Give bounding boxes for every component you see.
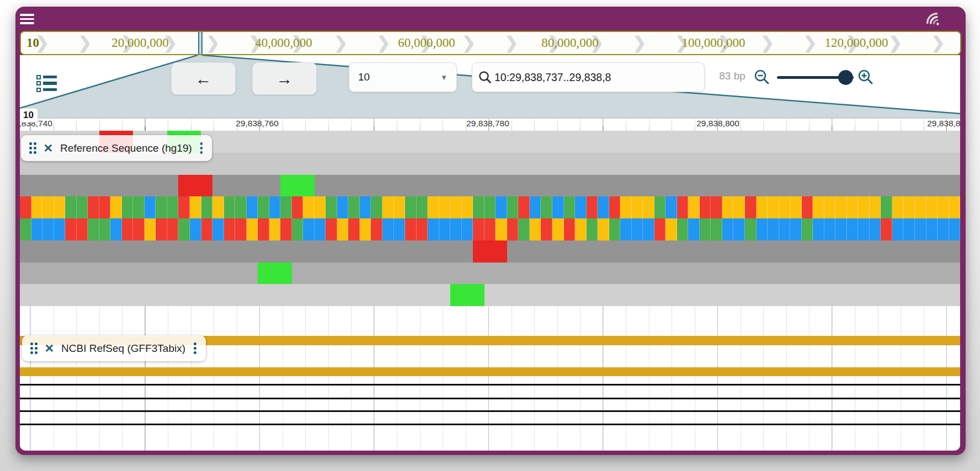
dna-base-c[interactable]: [926, 218, 938, 240]
hamburger-menu-icon[interactable]: [20, 14, 34, 24]
dna-base-c[interactable]: [212, 218, 224, 240]
dna-base-a[interactable]: [484, 196, 496, 218]
dna-base-g[interactable]: [938, 196, 949, 218]
dna-base-t[interactable]: [88, 196, 99, 218]
dna-base-c[interactable]: [428, 218, 439, 240]
dna-base-a[interactable]: [133, 196, 145, 218]
dna-base-c[interactable]: [439, 218, 451, 240]
refseq-feature-line[interactable]: [20, 384, 960, 386]
dna-base-t[interactable]: [235, 218, 247, 240]
dna-base-a[interactable]: [518, 218, 530, 240]
dna-base-a[interactable]: [473, 196, 484, 218]
dna-base-t[interactable]: [371, 218, 382, 240]
dna-base-c[interactable]: [790, 218, 802, 240]
dna-base-g[interactable]: [42, 196, 54, 218]
dna-base-c[interactable]: [42, 218, 54, 240]
dna-base-g[interactable]: [903, 196, 915, 218]
dna-base-c[interactable]: [190, 218, 201, 240]
dna-base-a[interactable]: [292, 218, 303, 240]
dna-base-c[interactable]: [462, 218, 473, 240]
dna-base-g[interactable]: [632, 196, 643, 218]
dna-base-a[interactable]: [77, 196, 88, 218]
dna-base-t[interactable]: [541, 218, 552, 240]
dna-base-g[interactable]: [145, 218, 156, 240]
dna-forward-row[interactable]: [20, 196, 960, 218]
dna-base-t[interactable]: [711, 196, 722, 218]
dna-base-t[interactable]: [20, 196, 31, 218]
zoom-slider-thumb[interactable]: [838, 70, 853, 85]
dna-base-t[interactable]: [417, 218, 428, 240]
dna-base-g[interactable]: [575, 218, 587, 240]
dna-base-t[interactable]: [201, 218, 213, 240]
dna-base-a[interactable]: [156, 196, 167, 218]
dna-base-g[interactable]: [643, 196, 654, 218]
dna-base-a[interactable]: [700, 218, 711, 240]
dna-base-g[interactable]: [915, 196, 926, 218]
start-codon-block[interactable]: [280, 175, 315, 197]
dna-base-c[interactable]: [598, 196, 609, 218]
dna-base-a[interactable]: [235, 196, 247, 218]
dna-base-t[interactable]: [122, 218, 134, 240]
dna-base-c[interactable]: [620, 218, 632, 240]
dna-base-c[interactable]: [722, 218, 734, 240]
dna-base-t[interactable]: [348, 218, 360, 240]
zoom-slider[interactable]: [777, 76, 854, 79]
dna-base-t[interactable]: [507, 218, 519, 240]
dna-base-c[interactable]: [892, 218, 904, 240]
dna-base-c[interactable]: [757, 218, 768, 240]
dna-base-g[interactable]: [892, 196, 904, 218]
drag-handle-icon[interactable]: [29, 142, 36, 154]
dna-base-a[interactable]: [99, 218, 111, 240]
dna-base-a[interactable]: [405, 196, 417, 218]
dna-base-c[interactable]: [337, 196, 349, 218]
location-search-box[interactable]: [472, 62, 705, 92]
dna-reverse-row[interactable]: [20, 218, 960, 240]
dna-base-g[interactable]: [269, 218, 281, 240]
dna-base-t[interactable]: [133, 218, 145, 240]
dna-base-a[interactable]: [507, 196, 519, 218]
dna-base-g[interactable]: [54, 196, 66, 218]
dna-base-c[interactable]: [858, 218, 870, 240]
close-track-icon[interactable]: ✕: [44, 142, 54, 154]
dna-base-t[interactable]: [677, 196, 689, 218]
dna-base-c[interactable]: [145, 196, 156, 218]
drag-handle-icon[interactable]: [30, 342, 38, 354]
dna-base-t[interactable]: [802, 196, 813, 218]
dna-base-t[interactable]: [473, 218, 484, 240]
dna-base-t[interactable]: [587, 196, 598, 218]
dna-base-a[interactable]: [654, 196, 666, 218]
location-search-input[interactable]: [494, 71, 700, 84]
dna-base-g[interactable]: [790, 196, 802, 218]
dna-base-a[interactable]: [541, 196, 552, 218]
dna-base-t[interactable]: [881, 218, 892, 240]
stop-codon-block[interactable]: [473, 240, 507, 263]
dna-base-t[interactable]: [258, 218, 269, 240]
dna-base-t[interactable]: [280, 218, 292, 240]
pan-right-button[interactable]: →: [252, 62, 317, 95]
dna-base-a[interactable]: [802, 218, 813, 240]
dna-base-t[interactable]: [518, 196, 530, 218]
dna-base-g[interactable]: [858, 196, 870, 218]
start-codon-block[interactable]: [450, 284, 484, 306]
dna-base-t[interactable]: [405, 218, 417, 240]
dna-base-t[interactable]: [167, 218, 179, 240]
dna-base-c[interactable]: [903, 218, 915, 240]
dna-base-g[interactable]: [688, 196, 700, 218]
dna-base-g[interactable]: [847, 196, 859, 218]
refseq-feature-line[interactable]: [20, 398, 960, 399]
dna-base-a[interactable]: [201, 196, 213, 218]
dna-base-c[interactable]: [632, 218, 643, 240]
dna-base-a[interactable]: [564, 196, 576, 218]
dna-base-g[interactable]: [394, 196, 406, 218]
dna-base-t[interactable]: [224, 218, 236, 240]
dna-base-a[interactable]: [371, 196, 382, 218]
dna-base-a[interactable]: [609, 218, 621, 240]
dna-base-g[interactable]: [824, 196, 836, 218]
dna-base-a[interactable]: [677, 218, 689, 240]
dna-base-a[interactable]: [326, 196, 337, 218]
refseq-feature-line[interactable]: [20, 424, 960, 425]
start-codon-block[interactable]: [258, 263, 292, 285]
dna-base-a[interactable]: [20, 218, 31, 240]
dna-base-g[interactable]: [835, 196, 847, 218]
close-track-icon[interactable]: ✕: [45, 342, 55, 354]
